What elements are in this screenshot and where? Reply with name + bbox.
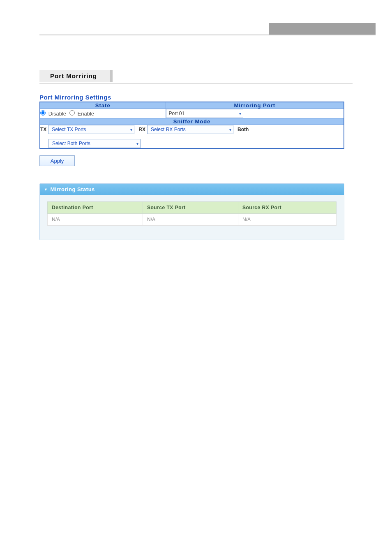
radio-disable-text: Disable [48,111,66,117]
column-source-rx-port: Source RX Port [238,202,336,214]
radio-enable[interactable] [69,110,75,116]
page-title-separator [110,70,113,82]
radio-enable-label[interactable]: Enable [69,110,94,117]
radio-enable-text: Enable [78,111,94,117]
header-mirroring-port: Mirroring Port [166,102,344,109]
radio-disable[interactable] [40,110,46,116]
cell-destination-port: N/A [48,214,143,226]
chevron-down-icon: ▾ [130,127,132,132]
mirroring-status-title: Mirroring Status [50,186,95,192]
tx-label: TX [40,125,46,132]
select-both-ports-text: Select Both Ports [52,141,90,146]
both-group: Both [238,125,249,132]
table-row: N/A N/A N/A [48,214,337,226]
cell-source-rx-port: N/A [238,214,336,226]
section-title-port-mirroring-settings: Port Mirroring Settings [39,94,353,101]
column-source-tx-port: Source TX Port [143,202,238,214]
chevron-down-icon: ▾ [229,127,231,132]
apply-button-label: Apply [51,158,64,164]
rx-label: RX [138,125,145,132]
select-tx-ports[interactable]: Select TX Ports ▾ [48,125,134,134]
rx-group: RX Select RX Ports ▾ [138,125,233,134]
select-rx-ports-text: Select RX Ports [151,127,186,132]
state-radio-group: Disable Enable [40,110,166,117]
chevron-down-icon: ▾ [136,141,138,146]
select-rx-ports[interactable]: Select RX Ports ▾ [147,125,233,134]
mirroring-status-panel: ▼ Mirroring Status Destination Port Sour… [39,183,344,240]
radio-disable-label[interactable]: Disable [40,110,66,117]
tx-group: TX Select TX Ports ▾ [40,125,134,134]
column-destination-port: Destination Port [48,202,143,214]
mirroring-port-select[interactable]: Port 01 ▾ [166,109,243,118]
top-rule [39,35,376,35]
select-tx-ports-text: Select TX Ports [52,127,86,132]
mirroring-port-value: Port 01 [169,111,185,116]
cell-source-tx-port: N/A [143,214,238,226]
page-title-bar: Port Morriring [39,70,353,82]
chevron-down-icon: ▼ [44,187,48,192]
page-title: Port Morriring [39,70,110,82]
both-label: Both [238,125,249,132]
header-state: State [40,102,166,109]
top-gray-block [269,23,376,35]
port-mirroring-settings-table: State Mirroring Port Disable Enable [39,102,344,149]
select-both-ports[interactable]: Select Both Ports ▾ [48,139,141,148]
mirroring-status-table: Destination Port Source TX Port Source R… [47,201,337,226]
apply-button[interactable]: Apply [39,155,75,166]
header-sniffer-mode: Sniffer Mode [40,118,344,125]
page-title-underline [39,83,353,84]
mirroring-status-header[interactable]: ▼ Mirroring Status [40,184,344,195]
chevron-down-icon: ▾ [239,111,241,116]
